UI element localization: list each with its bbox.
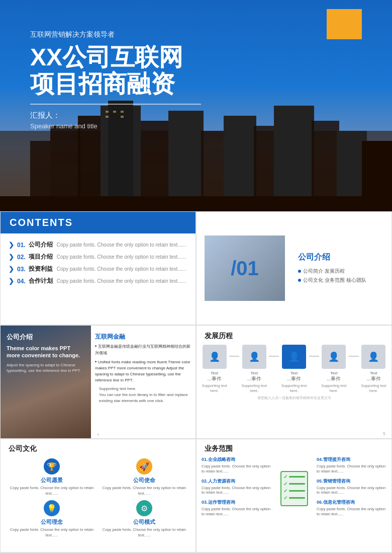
- slide-2-contents: CONTENTS ❯ 01. 公司介绍 Copy paste fonts. Ch…: [0, 211, 196, 325]
- link-item: 公司简介 发展历程: [298, 267, 366, 276]
- culture-item: 🏆 公司愿景 Copy paste fonts. Choose the only…: [8, 458, 96, 496]
- contents-header: CONTENTS: [1, 212, 195, 233]
- biz-title: 05.营销管理咨询: [317, 478, 386, 485]
- culture-title: 公司文化: [1, 439, 195, 456]
- check-bar: [289, 483, 305, 485]
- timeline-icon-box: 👤: [242, 345, 266, 369]
- bullet-text: Unified fonts make reading more fluent.T…: [95, 360, 190, 383]
- item-desc: Copy paste fonts. Choose the only option…: [57, 242, 186, 248]
- culture-icon-circle: 🚀: [136, 458, 152, 475]
- timeline-event-desc: Supporting text here.: [361, 383, 386, 393]
- business-list-2: 04.管理提升咨询 Copy paste fonts. Choose the o…: [317, 456, 386, 521]
- arrow-icon: ❯: [9, 277, 14, 285]
- person-icon: 👤: [328, 351, 339, 362]
- timeline-icon-box: 👤: [322, 345, 346, 369]
- check-bar: [289, 490, 305, 492]
- page-hint: 请您输入人员一流服务的领导精神并在这里文字: [197, 396, 391, 401]
- timeline-event-desc: Supporting text here.: [281, 383, 307, 393]
- history-title: 发展历程: [197, 326, 391, 345]
- timeline-icon-box: 👤: [361, 345, 385, 369]
- culture-label: 公司愿景: [41, 477, 63, 484]
- rocket-icon: 🚀: [139, 462, 149, 471]
- slide1-subtitle: 互联网营销解决方案领导者: [30, 30, 201, 39]
- biz-title: 02.人力资源咨询: [202, 478, 271, 485]
- culture-item: ⚙ 公司模式 Copy paste fonts. Choose the only…: [100, 500, 188, 538]
- culture-desc: Copy paste fonts. Choose the only option…: [100, 527, 188, 538]
- biz-desc: Copy paste fonts. Choose the only option…: [202, 486, 271, 496]
- slides-grid: CONTENTS ❯ 01. 公司介绍 Copy paste fonts. Ch…: [0, 211, 392, 552]
- culture-grid: 🏆 公司愿景 Copy paste fonts. Choose the only…: [1, 456, 195, 540]
- culture-label: 公司使命: [133, 477, 155, 484]
- timeline-item: 👤 Text ...事件 Supporting text here.: [361, 345, 386, 393]
- item-label: 公司介绍: [29, 241, 53, 249]
- culture-label: 公司理念: [41, 518, 63, 526]
- bullet-item: • 互联网金融是传统金融行业与互联网精神相结合的新兴领域: [95, 343, 192, 356]
- timeline-event-desc: Supporting text here.: [241, 383, 267, 393]
- timeline-connector: [309, 356, 319, 357]
- culture-item: 🚀 公司使命 Copy paste fonts. Choose the only…: [100, 458, 188, 496]
- slide-3-section-01: /01 公司介绍 公司简介 发展历程 公司文化 业务范围 核心团队: [196, 211, 392, 325]
- timeline-connector: [269, 356, 279, 357]
- item-desc: Copy paste fonts. Choose the only option…: [57, 266, 186, 272]
- culture-icon-circle: 🏆: [44, 458, 60, 475]
- item-number: 04.: [17, 278, 26, 285]
- slide-6-culture: 公司文化 🏆 公司愿景 Copy paste fonts. Choose the…: [0, 439, 196, 552]
- check-icon: ✓: [283, 474, 287, 480]
- culture-item: 💡 公司理念 Copy paste fonts. Choose the only…: [8, 500, 96, 538]
- biz-item: 05.营销管理咨询 Copy paste fonts. Choose the o…: [317, 478, 386, 496]
- check-line: ✓: [283, 495, 305, 501]
- checklist-clipboard: ✓ ✓ ✓ ✓: [276, 456, 312, 521]
- section-links: 公司简介 发展历程 公司文化 业务范围 核心团队: [298, 267, 366, 285]
- section-title: 公司介绍: [298, 252, 366, 263]
- person-icon: 👤: [368, 351, 379, 362]
- sub-text: You can use the icon library in to filte…: [99, 392, 192, 404]
- business-title: 业务范围: [197, 439, 391, 456]
- biz-desc: Copy paste fonts. Choose the only option…: [317, 507, 386, 517]
- dot-icon: [298, 279, 301, 282]
- en-desc: Adjust the spacing to adapt to Chinese t…: [7, 362, 85, 373]
- business-list-1: 01.企业战略咨询 Copy paste fonts. Choose the o…: [202, 456, 271, 521]
- page-number: 5: [383, 431, 385, 436]
- culture-desc: Copy paste fonts. Choose the only option…: [8, 527, 96, 538]
- arrow-icon: ❯: [9, 265, 14, 273]
- arrow-icon: ❯: [9, 253, 14, 261]
- slide1-title: XX公司互联网 项目招商融资: [30, 44, 201, 98]
- timeline-label: Text: [370, 371, 377, 375]
- slide-5-history: 发展历程 👤 Text ...事件 Supporting text here. …: [196, 325, 392, 439]
- link-text: 公司简介 发展历程: [303, 267, 345, 276]
- link-item: 公司文化 业务范围 核心团队: [298, 276, 366, 285]
- clipboard: ✓ ✓ ✓ ✓: [280, 471, 308, 506]
- slide-1: 互联网营销解决方案领导者 XX公司互联网 项目招商融资 汇报人： Speaker…: [0, 0, 392, 211]
- item-number: 02.: [17, 254, 26, 261]
- biz-title: 03.运作管理咨询: [202, 499, 271, 506]
- left-content: 公司介绍 Theme color makes PPT more convenie…: [1, 326, 91, 380]
- person-icon: 👤: [288, 351, 300, 362]
- biz-item: 02.人力资源咨询 Copy paste fonts. Choose the o…: [202, 478, 271, 496]
- item-number: 01.: [17, 242, 26, 249]
- slide1-divider: [30, 104, 201, 105]
- biz-item: 01.企业战略咨询 Copy paste fonts. Choose the o…: [202, 456, 271, 474]
- timeline-label: Text: [290, 371, 298, 375]
- item-desc: Copy paste fonts. Choose the only option…: [57, 254, 186, 260]
- slide1-reporter-label: 汇报人：: [30, 111, 201, 120]
- culture-icon-circle: ⚙: [136, 500, 152, 516]
- orange-accent-box: [327, 9, 362, 39]
- timeline-label: Text: [211, 371, 218, 375]
- biz-desc: Copy paste fonts. Choose the only option…: [317, 464, 386, 474]
- list-item: ❯ 03. 投资利益 Copy paste fonts. Choose the …: [9, 265, 187, 273]
- list-item: ❯ 04. 合作计划 Copy paste fonts. Choose the …: [9, 277, 187, 285]
- person-icon: 👤: [249, 351, 260, 362]
- item-number: 03.: [17, 266, 26, 273]
- biz-desc: Copy paste fonts. Choose the only option…: [317, 486, 386, 496]
- list-item: ❯ 02. 项目介绍 Copy paste fonts. Choose the …: [9, 253, 187, 261]
- biz-desc: Copy paste fonts. Choose the only option…: [202, 464, 271, 474]
- link-text: 公司文化 业务范围 核心团队: [303, 276, 366, 285]
- timeline-dots: ...事件: [366, 375, 380, 382]
- biz-title: 04.管理提升咨询: [317, 456, 386, 463]
- item-desc: Copy paste fonts. Choose the only option…: [57, 278, 186, 284]
- timeline-item: 👤 Text ...事件 Supporting text here.: [241, 345, 267, 393]
- person-icon: 👤: [209, 351, 220, 362]
- list-item: ❯ 01. 公司介绍 Copy paste fonts. Choose the …: [9, 241, 187, 249]
- check-line: ✓: [283, 481, 305, 487]
- timeline-dots: ...事件: [247, 375, 261, 382]
